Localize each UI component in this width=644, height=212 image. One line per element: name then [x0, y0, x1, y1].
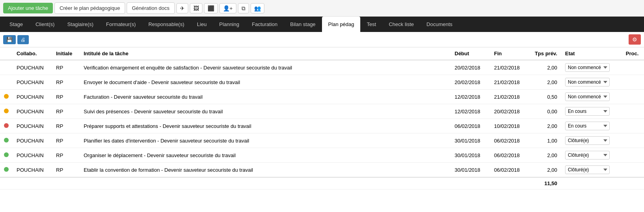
add-task-button[interactable]: Ajouter une tâche: [3, 3, 53, 13]
intitule-cell: Organiser le déplacement - Devenir sauve…: [80, 148, 451, 163]
fin-cell: 21/02/2018: [490, 60, 530, 75]
group-icon-button[interactable]: 👥: [251, 3, 264, 13]
etat-cell[interactable]: Non commencéEn coursClôturé(e): [561, 133, 620, 148]
total-empty-cell: [0, 177, 13, 189]
fin-cell: 20/02/2018: [490, 104, 530, 119]
status-dot-cell: [0, 75, 13, 90]
initiale-cell: RP: [52, 133, 80, 148]
intitule-cell: Facturation - Devenir sauveteur secouris…: [80, 90, 451, 104]
task-table: Collabo. Initiale Intitulé de la tâche D…: [0, 47, 644, 189]
header-fin: Fin: [490, 47, 530, 60]
total-row: 11,50: [0, 177, 644, 189]
table-row: POUCHAINRPPréparer supports et attestati…: [0, 119, 644, 133]
image-icon-button[interactable]: 🖼: [190, 3, 202, 13]
copy-icon-button[interactable]: ⬛: [204, 3, 218, 13]
intitule-cell: Préparer supports et attestations - Deve…: [80, 119, 451, 133]
tps-cell: 2,00: [530, 75, 561, 90]
tab-formateurs[interactable]: Formateur(s): [100, 17, 142, 32]
debut-cell: 30/01/2018: [451, 133, 490, 148]
settings-icon-button[interactable]: ⚙: [629, 34, 641, 45]
etat-select[interactable]: Non commencéEn coursClôturé(e): [565, 165, 610, 174]
etat-cell[interactable]: Non commencéEn coursClôturé(e): [561, 90, 620, 104]
user-add-icon-button[interactable]: 👤+: [219, 3, 236, 13]
etat-select[interactable]: Non commencéEn coursClôturé(e): [565, 122, 610, 130]
intitule-cell: Verification émargement et enquête de sa…: [80, 60, 451, 75]
debut-cell: 20/02/2018: [451, 75, 490, 90]
header-tps: Tps prév.: [530, 47, 561, 60]
initiale-cell: RP: [52, 148, 80, 163]
tab-test[interactable]: Test: [360, 17, 382, 32]
fin-cell: 06/02/2018: [490, 163, 530, 178]
tab-lieu[interactable]: Lieu: [191, 17, 213, 32]
status-dot: [4, 167, 9, 172]
generation-docs-button[interactable]: Génération docs: [127, 2, 174, 14]
tab-stagiaires[interactable]: Stagiaire(s): [61, 17, 99, 32]
etat-select[interactable]: Non commencéEn coursClôturé(e): [565, 63, 610, 72]
initiale-cell: RP: [52, 119, 80, 133]
tab-documents[interactable]: Documents: [420, 17, 459, 32]
tps-cell: 0,50: [530, 90, 561, 104]
status-dot-cell: [0, 163, 13, 178]
tab-stage[interactable]: Stage: [3, 17, 29, 32]
print-icon-button[interactable]: 🖨: [17, 35, 29, 44]
tab-facturation[interactable]: Facturation: [245, 17, 284, 32]
tps-cell: 0,00: [530, 104, 561, 119]
fin-cell: 21/02/2018: [490, 75, 530, 90]
proc-cell: [620, 60, 644, 75]
etat-cell[interactable]: Non commencéEn coursClôturé(e): [561, 163, 620, 178]
total-empty-cell: [52, 177, 80, 189]
tab-plan-pedag[interactable]: Plan pédag: [322, 17, 361, 32]
tab-clients[interactable]: Client(s): [29, 17, 61, 32]
header-intitule: Intitulé de la tâche: [80, 47, 451, 60]
proc-cell: [620, 75, 644, 90]
etat-select[interactable]: Non commencéEn coursClôturé(e): [565, 107, 610, 116]
collabo-cell: POUCHAIN: [13, 104, 52, 119]
proc-cell: [620, 133, 644, 148]
etat-select[interactable]: Non commencéEn coursClôturé(e): [565, 78, 610, 86]
table-row: POUCHAINRPOrganiser le déplacement - Dev…: [0, 148, 644, 163]
status-dot: [4, 109, 9, 113]
table-row: POUCHAINRPSuivi des présences - Devenir …: [0, 104, 644, 119]
proc-cell: [620, 104, 644, 119]
collabo-cell: POUCHAIN: [13, 90, 52, 104]
intitule-cell: Envoyer le document d'aide - Devenir sau…: [80, 75, 451, 90]
header-dot: [0, 47, 13, 60]
etat-select[interactable]: Non commencéEn coursClôturé(e): [565, 136, 610, 145]
collabo-cell: POUCHAIN: [13, 60, 52, 75]
toolbar: Ajouter une tâche Créer le plan pédagogi…: [0, 0, 644, 17]
tps-cell: 2,00: [530, 163, 561, 178]
proc-cell: [620, 148, 644, 163]
table-row: POUCHAINRPVerification émargement et enq…: [0, 60, 644, 75]
debut-cell: 12/02/2018: [451, 90, 490, 104]
etat-cell[interactable]: Non commencéEn coursClôturé(e): [561, 104, 620, 119]
tab-responsables[interactable]: Responsable(s): [142, 17, 191, 32]
status-dot-cell: [0, 90, 13, 104]
etat-cell[interactable]: Non commencéEn coursClôturé(e): [561, 75, 620, 90]
tps-cell: 1,00: [530, 133, 561, 148]
etat-cell[interactable]: Non commencéEn coursClôturé(e): [561, 119, 620, 133]
etat-cell[interactable]: Non commencéEn coursClôturé(e): [561, 148, 620, 163]
save-icon-button[interactable]: 💾: [3, 35, 16, 44]
action-bar: 💾 🖨 ⚙: [0, 32, 644, 47]
total-empty-cell: [490, 177, 530, 189]
tab-planning[interactable]: Planning: [213, 17, 246, 32]
total-empty-cell: [80, 177, 451, 189]
initiale-cell: RP: [52, 104, 80, 119]
proc-cell: [620, 90, 644, 104]
tab-check-liste[interactable]: Check liste: [382, 17, 420, 32]
etat-select[interactable]: Non commencéEn coursClôturé(e): [565, 151, 610, 159]
fin-cell: 10/02/2018: [490, 119, 530, 133]
etat-cell[interactable]: Non commencéEn coursClôturé(e): [561, 60, 620, 75]
header-initiale: Initiale: [52, 47, 80, 60]
initiale-cell: RP: [52, 60, 80, 75]
create-plan-button[interactable]: Créer le plan pédagogique: [54, 2, 125, 14]
nav-tabs: Stage Client(s) Stagiaire(s) Formateur(s…: [0, 17, 644, 32]
tab-bilan-stage[interactable]: Bilan stage: [284, 17, 322, 32]
etat-select[interactable]: Non commencéEn coursClôturé(e): [565, 92, 610, 101]
status-dot-cell: [0, 104, 13, 119]
table-row: POUCHAINRPPlanifier les dates d'interven…: [0, 133, 644, 148]
initiale-cell: RP: [52, 90, 80, 104]
send-icon-button[interactable]: ✈: [176, 3, 188, 13]
total-tps-cell: 11,50: [530, 177, 561, 189]
duplicate-icon-button[interactable]: ⧉: [238, 3, 249, 13]
